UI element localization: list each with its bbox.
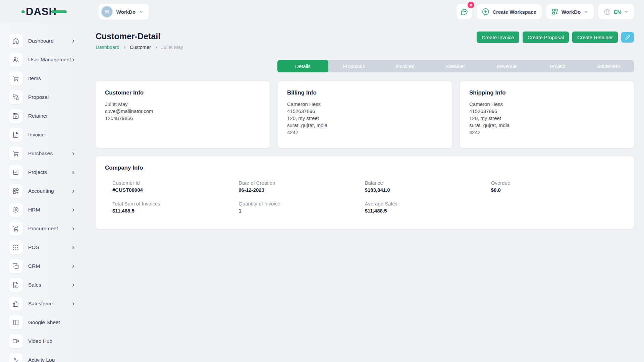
chevron-right-icon [71,283,75,287]
sidebar-item-activity-log[interactable]: Activity Log [9,351,75,362]
billing-zip: 4242 [287,129,442,136]
chat-bubble-icon [460,8,468,16]
tab-statement[interactable]: Statement [583,60,634,72]
tab-project[interactable]: Project [532,60,583,72]
chevron-right-icon [71,245,75,250]
sidebar-item-procurement[interactable]: Procurement [9,219,75,238]
field-value: $183,841.0 [365,187,491,193]
page-title: Customer-Detail [96,32,183,41]
chevron-right-icon [71,208,75,212]
main-content: Customer-Detail Dashboard Customer Julie… [82,23,644,362]
billing-street: 120, my street [287,115,442,122]
sidebar-item-dashboard[interactable]: Dashboard [9,32,75,50]
shipping-zip: 4242 [469,129,625,136]
language-selector[interactable]: EN [598,4,634,19]
create-proposal-button[interactable]: Create Proposal [523,32,569,43]
sidebar-item-crm[interactable]: CRM [9,257,75,276]
tab-proposals[interactable]: Proposals [328,60,379,72]
shipping-name: Cameron Hess [469,101,625,108]
globe-icon [604,8,611,15]
dots-grid-icon [9,240,23,254]
company-fields: Customer Id #CUST00004 Date of Creation … [105,180,625,214]
field-average-sales: Average Sales $11,488.5 [365,201,491,214]
chevron-down-icon [624,9,629,14]
sidebar: Dashboard User Management Items Proposal… [0,23,82,362]
sidebar-item-video-hub[interactable]: Video Hub [9,332,75,351]
tabs-row: Details Proposals Invoices Retainer Reve… [96,60,634,72]
billing-info-card: Billing Info Cameron Hess 4152637896 120… [278,81,452,148]
file-icon [9,128,23,142]
tab-details[interactable]: Details [277,60,328,72]
title-block: Customer-Detail Dashboard Customer Julie… [96,32,183,50]
breadcrumb-customer-link[interactable]: Customer [130,45,151,50]
field-value: $11,488.5 [365,208,491,214]
dash-logo[interactable]: DASH [21,6,67,18]
field-label: Balance [365,180,491,186]
sidebar-item-salesforce[interactable]: Salesforce [9,294,75,313]
workspace-avatar [101,6,113,18]
workspace-selector[interactable]: WorkDo [99,4,149,20]
field-balance: Balance $183,841.0 [365,180,491,193]
sidebar-item-pos[interactable]: POS [9,238,75,257]
info-cards: Customer Info Juliet May cuve@mailinator… [96,81,634,148]
sidebar-item-label: HRM [28,207,40,213]
sidebar-item-google-sheet[interactable]: Google Sheet [9,313,75,332]
table-icon [9,315,23,329]
chevron-down-icon [584,9,588,14]
grid-plus-icon [9,184,23,198]
customer-info-card: Customer Info Juliet May cuve@mailinator… [96,81,270,148]
customer-name: Juliet May [105,101,260,108]
sidebar-item-purchases[interactable]: Purchases [9,144,75,163]
company-info-card: Company Info Customer Id #CUST00004 Date… [96,156,634,229]
field-label: Overdue [491,180,617,186]
language-code: EN [614,9,621,15]
chevron-right-icon [71,227,75,231]
field-label: Total Sum of Invoices [112,201,238,206]
chevron-right-icon [71,302,75,306]
shipping-info-card: Shipping Info Cameron Hess 4152637896 12… [460,81,634,148]
sidebar-item-label: Google Sheet [28,319,60,325]
sidebar-item-hrm[interactable]: HRM [9,200,75,219]
app-switcher-button[interactable]: WorkDo [546,4,594,19]
sidebar-item-label: User Management [28,57,71,63]
video-icon [9,334,23,348]
field-label: Date of Creation [238,180,365,186]
create-retainer-button[interactable]: Create Retainer [572,32,618,43]
chat-button[interactable]: 0 [457,4,472,19]
sidebar-item-user-management[interactable]: User Management [9,50,75,69]
customer-email: cuve@mailinator.com [105,108,260,115]
tab-retainer[interactable]: Retainer [430,60,481,72]
breadcrumb-dashboard-link[interactable]: Dashboard [96,45,119,50]
tab-revenue[interactable]: Revenue [481,60,532,72]
shipping-city: surat, gujrat, India [469,122,625,129]
sidebar-item-items[interactable]: Items [9,69,75,88]
breadcrumb-current: Juliet May [161,45,183,50]
sidebar-item-projects[interactable]: Projects [9,163,75,182]
sidebar-item-label: CRM [28,263,40,269]
check-square-icon [9,165,23,179]
sidebar-item-label: Retainer [28,113,48,119]
chevron-right-icon [154,46,158,49]
tab-invoices[interactable]: Invoices [379,60,430,72]
shuffle-squares-icon [9,90,23,104]
header-actions: Create Invoice Create Proposal Create Re… [477,32,634,43]
create-workspace-button[interactable]: Create Workspace [477,4,542,19]
create-invoice-button[interactable]: Create Invoice [477,32,519,43]
sidebar-item-label: Purchases [28,150,53,157]
plus-circle-icon [482,8,489,15]
field-value: $0.0 [491,187,617,193]
field-label: Average Sales [365,201,491,206]
field-label: Quantity of Invoice [238,201,365,206]
sidebar-item-accounting[interactable]: Accounting [9,182,75,200]
chevron-right-icon [71,264,75,268]
sidebar-item-retainer[interactable]: Retainer [9,107,75,125]
pencil-icon [625,35,630,40]
edit-customer-button[interactable] [621,32,634,43]
sidebar-item-proposal[interactable]: Proposal [9,88,75,107]
card-title: Company Info [105,165,625,171]
sidebar-item-invoice[interactable]: Invoice [9,125,75,144]
chevron-right-icon [71,189,75,193]
activity-icon [9,353,23,362]
home-icon [9,34,23,48]
sidebar-item-sales[interactable]: Sales [9,276,75,294]
